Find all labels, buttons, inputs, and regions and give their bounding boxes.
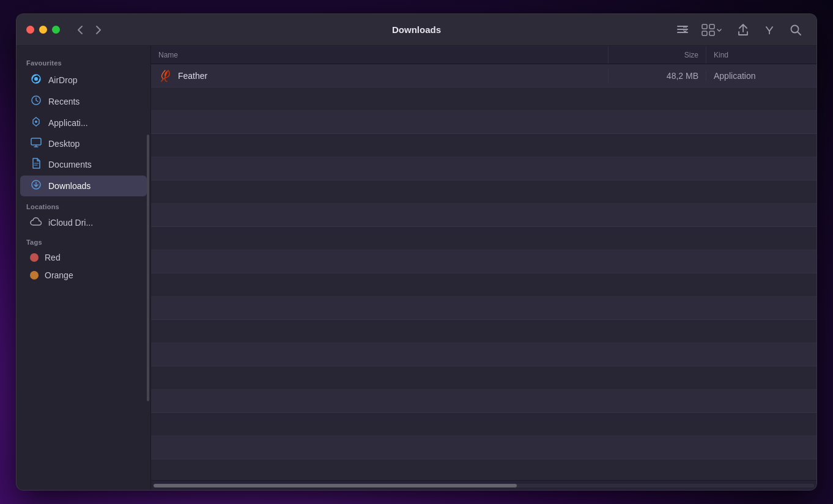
sidebar-item-airdrop[interactable]: AirDrop xyxy=(20,70,147,91)
sidebar-item-tag-orange[interactable]: Orange xyxy=(20,267,147,284)
more-button[interactable] xyxy=(759,23,780,37)
size-column-header[interactable]: Size xyxy=(609,46,706,64)
finder-window: Downloads xyxy=(16,13,817,491)
scrollbar-track xyxy=(154,484,814,487)
orange-tag-label: Orange xyxy=(45,270,73,280)
sort-view-button[interactable] xyxy=(673,23,692,37)
downloads-icon xyxy=(30,179,42,193)
file-kind: Application xyxy=(706,71,816,81)
window-controls xyxy=(26,26,60,34)
recents-icon xyxy=(30,95,42,108)
maximize-button[interactable] xyxy=(52,26,60,34)
desktop-label: Desktop xyxy=(48,139,80,149)
red-tag-dot xyxy=(30,253,39,262)
icloud-label: iCloud Dri... xyxy=(48,218,93,228)
table-row xyxy=(151,204,816,227)
tags-header: Tags xyxy=(17,232,150,248)
table-row xyxy=(151,390,816,413)
desktop-icon xyxy=(30,138,42,150)
applications-label: Applicati... xyxy=(48,118,88,128)
favourites-header: Favourites xyxy=(17,53,150,69)
table-row[interactable]: Feather 48,2 MB Application xyxy=(151,64,816,87)
horizontal-scrollbar[interactable] xyxy=(151,480,816,490)
svg-rect-0 xyxy=(677,26,688,27)
table-row xyxy=(151,436,816,459)
file-name: Feather xyxy=(178,71,207,81)
nav-buttons xyxy=(72,23,106,37)
sidebar-item-downloads[interactable]: Downloads xyxy=(20,176,147,196)
locations-header: Locations xyxy=(17,197,150,213)
downloads-label: Downloads xyxy=(48,181,91,191)
airdrop-icon xyxy=(30,73,42,87)
file-list: Feather 48,2 MB Application xyxy=(151,64,816,480)
table-row xyxy=(151,87,816,111)
sidebar-item-documents[interactable]: Documents xyxy=(20,154,147,175)
svg-point-11 xyxy=(35,120,37,123)
scrollbar-thumb[interactable] xyxy=(154,484,517,487)
name-column-header[interactable]: Name xyxy=(151,46,609,64)
table-row xyxy=(151,343,816,366)
window-title: Downloads xyxy=(392,24,441,35)
table-row xyxy=(151,157,816,180)
table-row xyxy=(151,134,816,157)
close-button[interactable] xyxy=(26,26,34,34)
applications-icon xyxy=(30,116,42,130)
table-row xyxy=(151,111,816,134)
svg-rect-1 xyxy=(677,29,688,30)
feather-app-icon xyxy=(158,69,172,83)
svg-rect-12 xyxy=(31,138,41,145)
main-content: Favourites AirDrop xyxy=(17,46,816,490)
sidebar: Favourites AirDrop xyxy=(17,46,151,490)
table-row xyxy=(151,459,816,480)
column-headers: Name Size Kind xyxy=(151,46,816,64)
share-button[interactable] xyxy=(732,21,754,39)
forward-button[interactable] xyxy=(91,23,106,37)
table-row xyxy=(151,227,816,250)
documents-icon xyxy=(30,158,42,171)
svg-rect-3 xyxy=(702,24,707,29)
toolbar-actions xyxy=(673,21,807,39)
sidebar-item-applications[interactable]: Applicati... xyxy=(20,113,147,133)
sidebar-scrollbar[interactable] xyxy=(147,135,149,401)
sidebar-item-tag-red[interactable]: Red xyxy=(20,249,147,266)
search-button[interactable] xyxy=(785,21,807,39)
sidebar-item-icloud[interactable]: iCloud Dri... xyxy=(20,213,147,232)
file-name-cell: Feather xyxy=(151,69,609,83)
file-size: 48,2 MB xyxy=(609,71,706,81)
svg-rect-2 xyxy=(677,32,688,33)
table-row xyxy=(151,250,816,273)
red-tag-label: Red xyxy=(45,253,61,262)
svg-rect-6 xyxy=(709,31,714,35)
back-button[interactable] xyxy=(72,23,88,37)
file-area: Name Size Kind xyxy=(151,46,816,490)
icloud-icon xyxy=(30,217,42,228)
kind-column-header[interactable]: Kind xyxy=(706,46,816,64)
svg-rect-4 xyxy=(709,24,714,29)
sidebar-item-desktop[interactable]: Desktop xyxy=(20,134,147,154)
svg-rect-5 xyxy=(702,31,707,35)
titlebar: Downloads xyxy=(17,14,816,46)
table-row xyxy=(151,180,816,204)
svg-point-9 xyxy=(34,77,38,81)
table-row xyxy=(151,366,816,390)
recents-label: Recents xyxy=(48,97,80,106)
sidebar-item-recents[interactable]: Recents xyxy=(20,91,147,112)
table-row xyxy=(151,273,816,297)
table-row xyxy=(151,320,816,343)
documents-label: Documents xyxy=(48,160,92,169)
minimize-button[interactable] xyxy=(39,26,47,34)
table-row xyxy=(151,297,816,320)
airdrop-label: AirDrop xyxy=(48,75,77,85)
table-row xyxy=(151,413,816,436)
grid-view-button[interactable] xyxy=(697,21,727,39)
orange-tag-dot xyxy=(30,271,39,280)
